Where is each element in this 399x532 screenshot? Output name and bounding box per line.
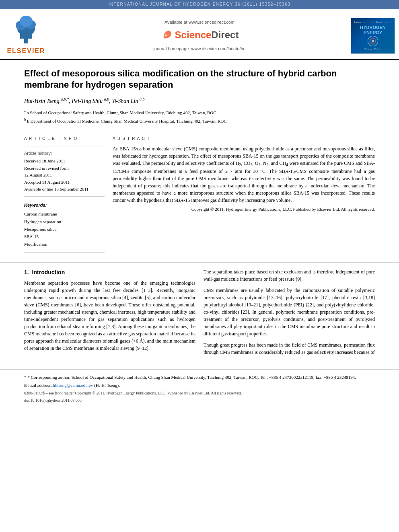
keyword-1: Carbon membrane — [24, 210, 105, 218]
sciencedirect-text: ScienceDirect — [175, 28, 239, 42]
elsevier-logo-section: ELSEVIER — [0, 13, 52, 59]
email-footnote: E-mail address: hhtseng@csmu.edu.tw (H.-… — [24, 382, 375, 389]
divider — [24, 146, 105, 146]
article-title: Effect of mesoporous silica modification… — [24, 68, 375, 91]
abstract-label: A B S T R A C T — [113, 136, 375, 142]
sciencedirect-logo: ScienceDirect — [160, 28, 239, 42]
article-info-column: A R T I C L E I N F O Article history: R… — [24, 136, 105, 257]
keyword-5: Modification — [24, 240, 105, 248]
corresponding-author: * * Corresponding author. School of Occu… — [24, 374, 375, 381]
main-body: 1. Introduction Membrane separation proc… — [0, 263, 399, 366]
body-left-column: 1. Introduction Membrane separation proc… — [24, 268, 195, 360]
available-text: Available at www.sciencedirect.com — [165, 19, 234, 26]
svg-point-5 — [20, 16, 33, 27]
abstract-column: A B S T R A C T An SBA-15/carbon molecul… — [113, 136, 375, 257]
intro-paragraph-1: Membrane separation processes have becom… — [24, 279, 195, 352]
svg-point-6 — [165, 35, 167, 37]
copyright-text: Copyright © 2011, Hydrogen Energy Public… — [113, 206, 375, 213]
sciencedirect-leaf-icon — [160, 29, 173, 41]
email-link[interactable]: hhtseng@csmu.edu.tw — [53, 383, 93, 388]
journal-header: ELSEVIER Available at www.sciencedirect.… — [0, 9, 399, 60]
keywords-label: Keywords: — [24, 202, 105, 209]
section-number: 1. — [24, 269, 29, 275]
affiliation-a: a a School of Occupational Safety and He… — [24, 109, 375, 116]
article-info-label: A R T I C L E I N F O — [24, 136, 105, 142]
doi-text: doi:10.1016/j.ijhydene.2011.08.060 — [24, 398, 375, 404]
keyword-2: Hydrogen separation — [24, 218, 105, 226]
cover-graphic-icon — [365, 35, 381, 47]
divider2 — [24, 196, 105, 197]
elsevier-wordmark: ELSEVIER — [7, 46, 45, 55]
revised-label: Received in revised form — [24, 165, 105, 171]
intro-paragraph-right-2: CMS membranes are usually fabricated by … — [204, 287, 375, 337]
article-history: Article history: Received 18 June 2011 R… — [24, 150, 105, 193]
revised-date: 12 August 2011 — [24, 172, 105, 178]
issn-text: 0360-3199/$ – see front matter Copyright… — [24, 390, 375, 396]
journal-citation: International Journal of Hydrogen Energy… — [109, 2, 291, 6]
article-info-abstract: A R T I C L E I N F O Article history: R… — [0, 130, 399, 263]
accepted-date: Accepted 14 August 2011 — [24, 179, 105, 185]
journal-header-bar: International Journal of Hydrogen Energy… — [0, 0, 399, 9]
history-label: Article history: — [24, 150, 105, 157]
divider3 — [24, 252, 105, 253]
journal-homepage: journal homepage: www.elsevier.com/locat… — [153, 46, 245, 52]
cover-publisher: ScienceDirect — [364, 47, 381, 51]
keyword-4: SBA-15 — [24, 233, 105, 240]
intro-paragraph-right-1: The separation takes place based on size… — [204, 268, 375, 283]
keywords-list: Carbon membrane Hydrogen separation Meso… — [24, 210, 105, 248]
sciencedirect-section: Available at www.sciencedirect.com Scien… — [52, 13, 347, 59]
introduction-heading: 1. Introduction — [24, 268, 195, 276]
intro-paragraph-right-3: Though great progress has been made in t… — [204, 341, 375, 356]
affiliation-b: b b Department of Occupational Medicine,… — [24, 117, 375, 125]
online-date: Available online 15 September 2011 — [24, 186, 105, 192]
elsevier-tree-icon — [10, 13, 42, 45]
received-date: Received 18 June 2011 — [24, 158, 105, 164]
abstract-text: An SBA-15/carbon molecular sieve (CMS) c… — [113, 145, 375, 204]
journal-cover-image: International Journal of HYDROGENENERGY … — [351, 18, 395, 54]
journal-cover-section: International Journal of HYDROGENENERGY … — [347, 13, 399, 59]
body-right-column: The separation takes place based on size… — [204, 268, 375, 360]
cover-title: HYDROGENENERGY — [360, 25, 386, 35]
footnote-section: * * Corresponding author. School of Occu… — [0, 370, 399, 408]
article-title-section: Effect of mesoporous silica modification… — [0, 60, 399, 130]
keyword-3: Mesoporous silica — [24, 226, 105, 233]
keywords-section: Keywords: Carbon membrane Hydrogen separ… — [24, 202, 105, 248]
introduction-title: Introduction — [32, 269, 65, 275]
cover-line1: International Journal of — [354, 20, 391, 25]
authors-line: Hui-Hsin Tseng a,b,*, Pei-Ting Shiu a,b,… — [24, 97, 375, 105]
